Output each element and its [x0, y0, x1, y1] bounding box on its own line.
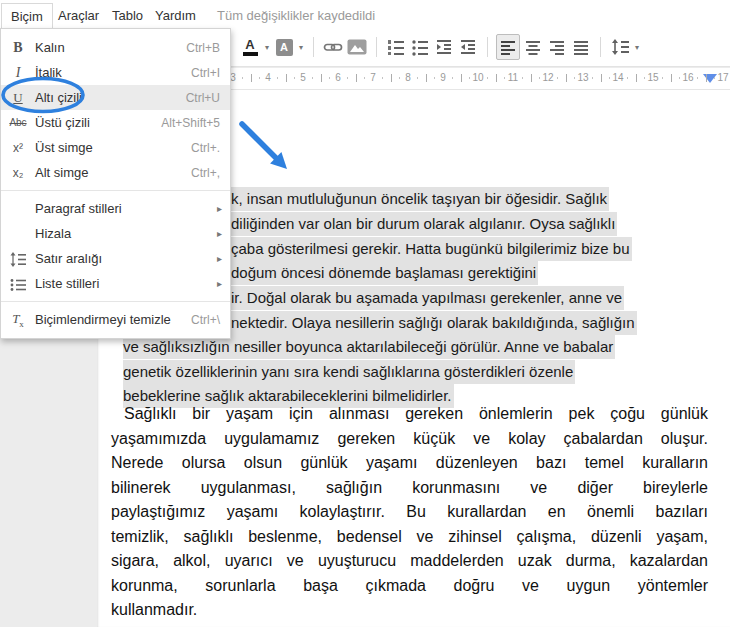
menu-item-list-styles[interactable]: Liste stilleri ▸: [1, 271, 230, 296]
menu-item-align[interactable]: Hizala ▸: [1, 221, 230, 246]
doc-line[interactable]: yaşamımızda uygulamamız gereken küçük ve…: [111, 426, 708, 451]
selected-text: çaba gösterilmesi gerekir. Hatta bugünkü…: [231, 237, 632, 261]
menu-yardim[interactable]: Yardım: [146, 3, 205, 28]
menu-araclar[interactable]: Araçlar: [49, 3, 108, 28]
align-left-button[interactable]: [496, 34, 520, 60]
ruler-tick: [391, 74, 392, 82]
menu-item-line-spacing[interactable]: Satır aralığı ▸: [1, 246, 230, 271]
ruler-dot: [329, 77, 330, 79]
ruler-dot: [679, 77, 680, 79]
ruler-dot: [522, 77, 523, 79]
save-status: Tüm değişiklikler kaydedildi: [217, 3, 375, 28]
ruler-dot: [609, 77, 610, 79]
menu-shortcut: Ctrl+\: [191, 313, 230, 327]
insert-link-button[interactable]: [322, 35, 344, 59]
ruler-tick: [671, 74, 672, 82]
ruler-dot: [662, 77, 663, 79]
ruler-tick: [531, 74, 532, 82]
doc-line[interactable]: bilinerek uygulanması, sağlığın korunmas…: [111, 475, 708, 500]
ruler-dot: [469, 77, 470, 79]
line-spacing-button[interactable]: [609, 35, 631, 59]
ruler-dot: [259, 77, 260, 79]
doc-line[interactable]: çaba gösterilmesi gerekir. Hatta bugünkü…: [231, 236, 632, 261]
menu-shortcut: Ctrl+,: [191, 166, 230, 180]
selected-text: genetik özelliklerinin yanı sıra kendi s…: [123, 360, 575, 384]
menu-item-strikethrough[interactable]: Abc Üstü çizili Alt+Shift+5: [1, 110, 230, 135]
menu-item-bold[interactable]: B Kalın Ctrl+B: [1, 35, 230, 60]
ruler-tick: [496, 74, 497, 82]
highlight-dropdown-caret[interactable]: ▾: [296, 43, 306, 52]
ruler-dot: [487, 77, 488, 79]
menu-item-superscript[interactable]: x² Üst simge Ctrl+.: [1, 135, 230, 160]
ruler-tick: [426, 74, 427, 82]
align-right-button[interactable]: [546, 35, 568, 59]
menu-tablo[interactable]: Tablo: [103, 3, 152, 28]
ruler-dot: [452, 77, 453, 79]
ruler-dot: [627, 77, 628, 79]
bulleted-list-icon: [411, 38, 429, 56]
line-spacing-dropdown-caret[interactable]: ▾: [632, 43, 642, 52]
menu-item-subscript[interactable]: x₂ Alt simge Ctrl+,: [1, 160, 230, 185]
doc-line[interactable]: kullanmadır.: [111, 597, 708, 622]
menu-shortcut: Ctrl+U: [186, 91, 230, 105]
toolbar-separator: [376, 37, 377, 57]
italic-icon: I: [1, 65, 35, 81]
ruler-number: 5: [300, 72, 306, 83]
menu-item-underline[interactable]: U Altı çizili Ctrl+U: [1, 85, 230, 110]
bold-icon: B: [1, 40, 35, 56]
ruler-tick: [636, 74, 637, 82]
insert-image-button[interactable]: [346, 35, 368, 59]
doc-line[interactable]: nektedir. Olaya nesillerin sağlığı olara…: [231, 310, 637, 335]
align-left-icon: [499, 38, 517, 56]
ruler-dot: [697, 77, 698, 79]
underline-icon: U: [1, 90, 35, 106]
doc-line[interactable]: doğum öncesi dönemde başlaması gerektiği…: [231, 260, 538, 285]
ruler-dot: [644, 77, 645, 79]
decrease-indent-button[interactable]: [433, 35, 455, 59]
menu-shortcut: Alt+Shift+5: [161, 116, 230, 130]
doc-line[interactable]: diliğinden var olan bir durum olarak alg…: [231, 211, 617, 236]
menu-item-label: Biçimlendirmeyi temizle: [35, 312, 191, 327]
menu-separator: [1, 190, 230, 191]
doc-line[interactable]: ir. Doğal olarak bu aşamada yapılması ge…: [231, 285, 624, 310]
align-right-icon: [548, 38, 566, 56]
numbered-list-button[interactable]: [385, 35, 407, 59]
ruler-dot: [399, 77, 400, 79]
doc-line[interactable]: Sağlıklı bir yaşam için alınması gereken…: [111, 401, 708, 426]
line-spacing-icon: [611, 38, 630, 56]
menu-item-clear-formatting[interactable]: Tx Biçimlendirmeyi temizle Ctrl+\: [1, 307, 230, 332]
menu-item-italic[interactable]: I İtalik Ctrl+I: [1, 60, 230, 85]
doc-line[interactable]: k, insan mutluluğunun öncelik taşıyan bi…: [231, 186, 609, 211]
text-color-button[interactable]: A: [239, 35, 261, 59]
menu-bicim[interactable]: Biçim: [1, 3, 53, 29]
bulleted-list-button[interactable]: [409, 35, 431, 59]
ruler-tick: [706, 74, 707, 82]
text-color-dropdown-caret[interactable]: ▾: [262, 43, 272, 52]
strikethrough-icon: Abc: [1, 117, 35, 128]
selected-text: ir. Doğal olarak bu aşamada yapılması ge…: [231, 286, 624, 310]
increase-indent-button[interactable]: [457, 35, 479, 59]
doc-line[interactable]: Nerede olursa olsun günlük yaşamı düzenl…: [111, 450, 708, 475]
doc-line[interactable]: korunma, sorunlarla başa çıkmada doğru v…: [111, 573, 708, 598]
menu-item-paragraph-styles[interactable]: Paragraf stilleri ▸: [1, 196, 230, 221]
ruler-dot: [364, 77, 365, 79]
text-color-icon: A: [243, 39, 258, 56]
doc-line[interactable]: genetik özelliklerinin yanı sıra kendi s…: [123, 359, 575, 384]
doc-line[interactable]: paylaştığımız yaşamı kolaylaştırır. Bu k…: [111, 499, 708, 524]
menu-bar: Biçim Araçlar Tablo Yardım Tüm değişikli…: [0, 0, 730, 28]
menu-item-label: İtalik: [35, 65, 191, 80]
ruler-number: 6: [335, 72, 341, 83]
align-center-button[interactable]: [522, 35, 544, 59]
justify-button[interactable]: [570, 35, 592, 59]
menu-item-label: Satır aralığı: [35, 251, 217, 266]
doc-line[interactable]: sigara, alkol, uyarıcı ve uyuşturucu mad…: [111, 548, 708, 573]
increase-indent-icon: [459, 38, 477, 56]
selected-text: doğum öncesi dönemde başlaması gerektiği…: [231, 261, 538, 285]
toolbar-separator: [600, 37, 601, 57]
ruler-number: 15: [647, 72, 658, 83]
doc-line[interactable]: temizlik, sağlıklı beslenme, bedensel ve…: [111, 524, 708, 549]
submenu-arrow-icon: ▸: [217, 278, 230, 289]
ruler-number: 3: [230, 72, 236, 83]
highlight-color-button[interactable]: A: [273, 35, 295, 59]
ruler-dot: [417, 77, 418, 79]
